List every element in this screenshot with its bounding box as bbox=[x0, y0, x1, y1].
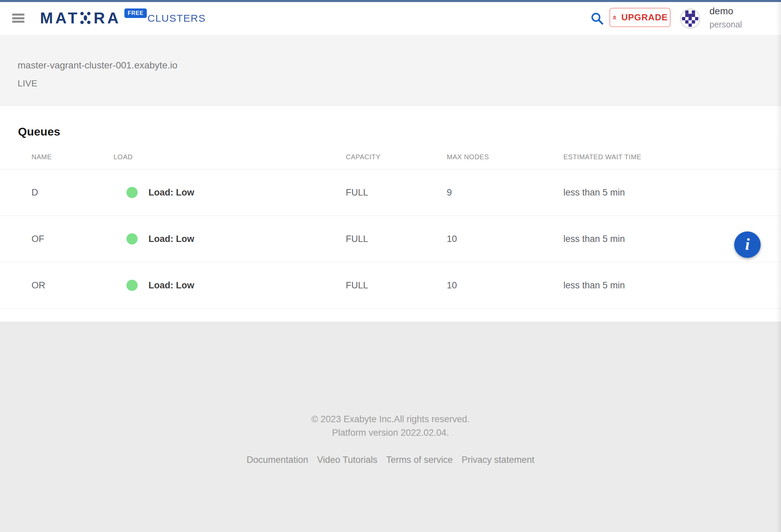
double-chevron-up-icon bbox=[612, 13, 617, 22]
mat3ra-logo[interactable]: MAT RA FREE bbox=[40, 9, 147, 27]
upgrade-label: UPGRADE bbox=[621, 12, 668, 23]
info-icon: i bbox=[745, 235, 749, 253]
dot-asterisk-icon bbox=[80, 11, 91, 25]
footer-links: Documentation Video Tutorials Terms of s… bbox=[0, 455, 781, 465]
footer-link-documentation[interactable]: Documentation bbox=[247, 455, 308, 465]
queues-title: Queues bbox=[18, 125, 60, 138]
queue-capacity: FULL bbox=[346, 280, 368, 290]
queue-name: OF bbox=[32, 233, 44, 244]
hamburger-bar bbox=[12, 17, 24, 19]
footer-link-video-tutorials[interactable]: Video Tutorials bbox=[317, 455, 377, 465]
queue-max-nodes: 10 bbox=[447, 233, 457, 244]
table-row: OF Load: Low FULL 10 less than 5 min bbox=[0, 216, 781, 262]
load-status-dot bbox=[126, 233, 138, 244]
footer-version: Platform version 2022.02.04. bbox=[0, 428, 781, 438]
footer-link-privacy[interactable]: Privacy statement bbox=[462, 455, 535, 465]
footer-link-terms[interactable]: Terms of service bbox=[386, 455, 453, 465]
queue-capacity: FULL bbox=[346, 187, 368, 198]
hamburger-bar bbox=[12, 14, 24, 16]
queue-max-nodes: 9 bbox=[447, 187, 452, 198]
search-icon[interactable] bbox=[589, 11, 605, 27]
logo-text-pre: MAT bbox=[40, 9, 80, 27]
hamburger-bar bbox=[12, 21, 24, 23]
page-title: CLUSTERS bbox=[147, 13, 206, 24]
free-plan-badge: FREE bbox=[124, 8, 147, 18]
column-header-max-nodes: MAX NODES bbox=[447, 153, 489, 161]
queue-name: D bbox=[32, 187, 38, 198]
table-row: D Load: Low FULL 9 less than 5 min bbox=[0, 169, 781, 216]
footer bbox=[0, 322, 781, 532]
queue-load: Load: Low bbox=[148, 280, 194, 290]
cluster-status: LIVE bbox=[18, 78, 37, 89]
table-row: OR Load: Low FULL 10 less than 5 min bbox=[0, 262, 781, 309]
column-header-capacity: CAPACITY bbox=[346, 153, 381, 161]
user-name: demo bbox=[709, 5, 742, 17]
queue-load: Load: Low bbox=[148, 187, 194, 198]
hamburger-menu-icon[interactable] bbox=[12, 14, 24, 23]
logo-text-post: RA bbox=[94, 9, 121, 27]
footer-copyright: © 2023 Exabyte Inc.All rights reserved. bbox=[0, 414, 781, 425]
queue-wait-time: less than 5 min bbox=[563, 187, 625, 198]
column-header-wait-time: ESTIMATED WAIT TIME bbox=[563, 153, 641, 161]
queues-table-header: NAME LOAD CAPACITY MAX NODES ESTIMATED W… bbox=[0, 146, 781, 169]
load-status-dot bbox=[126, 187, 138, 198]
queue-wait-time: less than 5 min bbox=[563, 280, 625, 290]
identicon-avatar bbox=[680, 9, 700, 28]
user-workspace: personal bbox=[709, 19, 742, 29]
info-button[interactable]: i bbox=[734, 231, 761, 258]
column-header-name: NAME bbox=[32, 153, 52, 161]
load-status-dot bbox=[126, 280, 138, 291]
queue-max-nodes: 10 bbox=[447, 280, 457, 290]
queue-load: Load: Low bbox=[148, 233, 194, 244]
queue-name: OR bbox=[32, 280, 45, 290]
avatar[interactable] bbox=[680, 8, 700, 29]
upgrade-button[interactable]: UPGRADE bbox=[609, 8, 670, 27]
user-menu[interactable]: demo personal bbox=[709, 5, 742, 29]
cluster-name: master-vagrant-cluster-001.exabyte.io bbox=[18, 60, 178, 71]
queue-capacity: FULL bbox=[346, 233, 368, 244]
queue-wait-time: less than 5 min bbox=[563, 233, 625, 244]
column-header-load: LOAD bbox=[114, 153, 133, 161]
